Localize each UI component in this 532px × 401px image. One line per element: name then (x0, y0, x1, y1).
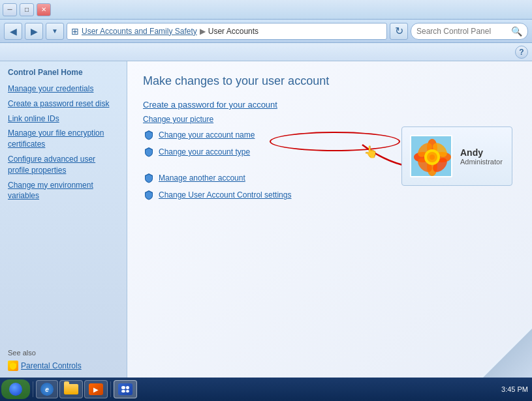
taskbar-folder[interactable] (59, 380, 83, 398)
toolbar: ? (0, 43, 532, 61)
sidebar-link-profile[interactable]: Configure advanced user profile properti… (8, 154, 119, 176)
back-button[interactable]: ◀ (4, 23, 22, 40)
address-bar: ◀ ▶ ▼ ⊞ User Accounts and Family Safety … (0, 20, 532, 43)
close-button[interactable]: ✕ (37, 3, 51, 16)
user-card: Andy Administrator (401, 126, 512, 186)
manage-account-link[interactable]: Manage another account (159, 173, 245, 183)
taskbar-media[interactable]: ▶ (84, 380, 108, 398)
taskbar-time: 3:45 PM (501, 385, 528, 393)
control-panel-icon-inner (121, 386, 129, 393)
breadcrumb-arrow: ▶ (200, 27, 206, 36)
cp-dot-3 (121, 390, 125, 393)
user-avatar-image (411, 136, 452, 177)
sidebar-link-encryption[interactable]: Manage your file encryption certificates (8, 128, 119, 150)
user-name: Andy (460, 147, 503, 158)
change-picture-link[interactable]: Change your picture (143, 115, 213, 124)
shield-icon-name (143, 129, 155, 141)
sidebar-link-reset-disk[interactable]: Create a password reset disk (8, 98, 119, 110)
user-avatar (410, 135, 452, 177)
taskbar-separator-1 (33, 381, 33, 397)
shield-icon-uac (143, 189, 155, 201)
forward-button[interactable]: ▶ (25, 23, 43, 40)
parental-controls-label[interactable]: Parental Controls (21, 361, 82, 370)
ie-icon: e (40, 383, 54, 396)
minimize-button[interactable]: ─ (3, 3, 17, 16)
search-box[interactable]: 🔍 (411, 23, 528, 40)
down-arrow-button[interactable]: ▼ (46, 23, 64, 40)
start-button[interactable] (1, 379, 30, 399)
change-name-link[interactable]: Change your account name (159, 130, 255, 140)
sidebar: Control Panel Home Manage your credentia… (0, 61, 127, 378)
refresh-button[interactable]: ↻ (390, 23, 408, 40)
taskbar-right: 3:45 PM (501, 385, 531, 393)
user-role: Administrator (460, 158, 503, 166)
media-icon: ▶ (89, 383, 103, 395)
maximize-button[interactable]: □ (20, 3, 34, 16)
uac-settings-link[interactable]: Change User Account Control settings (159, 190, 291, 200)
content-area: Make changes to your user account Create… (127, 61, 532, 378)
breadcrumb-item-1[interactable]: User Accounts and Family Safety (82, 27, 197, 36)
search-input[interactable] (416, 27, 509, 36)
taskbar-separator-2 (110, 381, 111, 397)
main-container: Control Panel Home Manage your credentia… (0, 61, 532, 378)
breadcrumb: ⊞ User Accounts and Family Safety ▶ User… (67, 23, 387, 40)
see-also-title: See also (8, 349, 119, 357)
svg-point-12 (430, 155, 435, 160)
control-panel-icon (118, 383, 133, 395)
breadcrumb-item-2: User Accounts (208, 27, 258, 36)
see-also-section: See also Parental Controls (8, 342, 119, 371)
help-button[interactable]: ? (515, 46, 528, 59)
breadcrumb-home-icon: ⊞ (71, 26, 79, 37)
sidebar-link-credentials[interactable]: Manage your credentials (8, 83, 119, 95)
change-picture-item: Change your picture (143, 115, 516, 124)
see-also-parental-controls[interactable]: Parental Controls (8, 361, 119, 371)
create-password-item: Create a password for your account (143, 100, 516, 110)
folder-icon (64, 384, 78, 394)
cp-dot-2 (126, 386, 130, 389)
create-password-link[interactable]: Create a password for your account (143, 100, 277, 110)
start-orb (9, 383, 22, 396)
shield-icon-manage (143, 172, 155, 184)
search-icon[interactable]: 🔍 (511, 26, 522, 37)
shield-icon-type (143, 146, 155, 158)
title-bar: ─ □ ✕ (0, 0, 532, 20)
sidebar-link-environment[interactable]: Change my environment variables (8, 180, 119, 202)
cp-dot-4 (126, 390, 130, 393)
taskbar: e ▶ 3:45 PM (0, 378, 532, 401)
page-title: Make changes to your user account (143, 74, 516, 88)
parental-controls-icon (8, 361, 18, 371)
sidebar-link-online-ids[interactable]: Link online IDs (8, 113, 119, 125)
user-info: Andy Administrator (460, 147, 503, 166)
sidebar-title[interactable]: Control Panel Home (8, 68, 119, 77)
cp-dot-1 (121, 386, 125, 389)
change-type-link[interactable]: Change your account type (159, 147, 250, 156)
title-bar-left: ─ □ ✕ (3, 3, 51, 16)
taskbar-ie[interactable]: e (36, 380, 58, 398)
uac-settings-item: Change User Account Control settings (143, 189, 516, 201)
page-curl (480, 325, 532, 378)
taskbar-control-panel[interactable] (114, 380, 137, 398)
